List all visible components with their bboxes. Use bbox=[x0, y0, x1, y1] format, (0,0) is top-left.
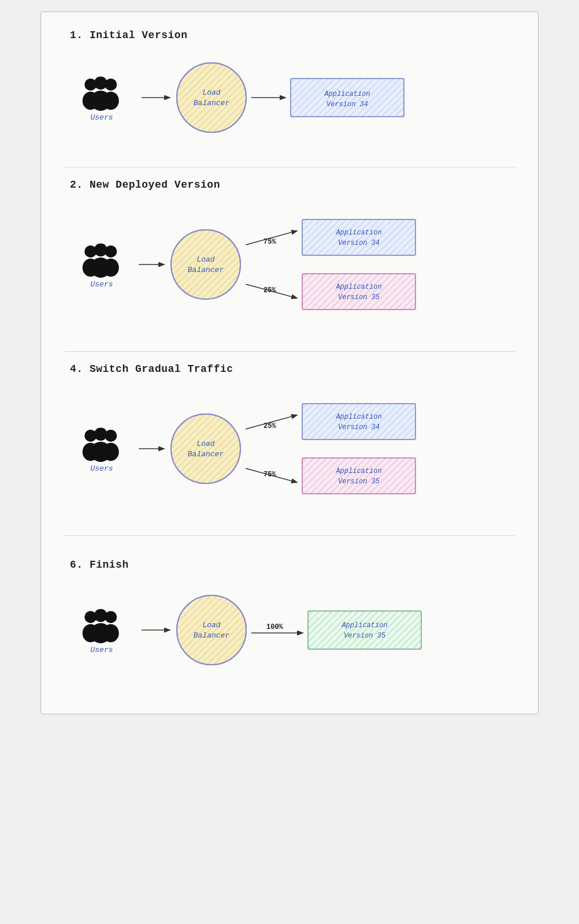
svg-point-5 bbox=[91, 91, 111, 111]
users-icon-1 bbox=[81, 73, 122, 111]
svg-point-49 bbox=[91, 442, 111, 462]
svg-rect-60 bbox=[302, 404, 415, 439]
users-label-4: Users bbox=[90, 646, 113, 654]
app-box-1: Application Version 34 bbox=[290, 77, 405, 118]
svg-text:75%: 75% bbox=[263, 238, 276, 246]
svg-text:Application: Application bbox=[335, 229, 381, 237]
lb-circle-4: Load Balancer bbox=[174, 593, 249, 668]
app-box-2-1: Application Version 34 bbox=[301, 218, 417, 256]
svg-text:Application: Application bbox=[335, 283, 381, 291]
svg-rect-67 bbox=[302, 458, 415, 494]
divider-3 bbox=[64, 535, 515, 536]
svg-point-23 bbox=[91, 258, 111, 278]
svg-point-9 bbox=[177, 63, 246, 132]
arrow-25b: 25% bbox=[243, 411, 301, 433]
svg-text:Balancer: Balancer bbox=[188, 450, 224, 459]
section-finish: 6. Finish Users bbox=[64, 559, 515, 691]
svg-text:Load: Load bbox=[202, 88, 220, 97]
svg-point-4 bbox=[94, 76, 107, 90]
svg-text:Version 35: Version 35 bbox=[338, 293, 380, 301]
section-title-3: 4. Switch Gradual Traffic bbox=[70, 363, 515, 375]
app-box-3-1: Application Version 34 bbox=[301, 403, 417, 441]
split-right-2: 75% Application Version 34 bbox=[243, 218, 417, 311]
svg-text:Application: Application bbox=[335, 467, 381, 475]
svg-text:25%: 25% bbox=[263, 422, 276, 430]
arrow-75b: 75% bbox=[243, 465, 301, 487]
users-icon-3 bbox=[81, 424, 122, 462]
lb-circle-3: Load Balancer bbox=[168, 411, 243, 486]
svg-text:Load: Load bbox=[196, 255, 214, 264]
svg-text:Application: Application bbox=[324, 90, 370, 98]
arrow-to-lb-2 bbox=[136, 256, 168, 273]
svg-point-27 bbox=[171, 230, 240, 299]
svg-text:75%: 75% bbox=[263, 471, 276, 479]
svg-text:Version 34: Version 34 bbox=[326, 100, 368, 109]
route-2-2: 25% Application Version 35 bbox=[243, 273, 417, 311]
users-group-2: Users bbox=[81, 240, 122, 289]
users-label-3: Users bbox=[90, 464, 113, 473]
section-title-4: 6. Finish bbox=[70, 559, 515, 571]
diagram-4: Users Load Balancer bbox=[64, 581, 515, 679]
section-switch-gradual: 4. Switch Gradual Traffic Users bbox=[64, 363, 515, 524]
arrow-100pct: 100% bbox=[249, 619, 307, 642]
svg-text:100%: 100% bbox=[266, 623, 284, 631]
svg-point-79 bbox=[177, 595, 246, 665]
svg-text:Version 35: Version 35 bbox=[344, 632, 385, 640]
svg-text:Version 34: Version 34 bbox=[338, 423, 380, 431]
section-initial: 1. Initial Version Users bbox=[64, 29, 515, 155]
main-page: 1. Initial Version Users bbox=[40, 12, 539, 714]
users-group-1: Users bbox=[81, 73, 122, 122]
divider-2 bbox=[64, 351, 515, 352]
lb-circle-2: Load Balancer bbox=[168, 227, 243, 302]
route-3-2: 75% Application Version 35 bbox=[243, 457, 417, 495]
svg-text:Balancer: Balancer bbox=[188, 266, 224, 274]
arrow-to-lb-3 bbox=[136, 440, 168, 457]
arrow-75: 75% bbox=[243, 226, 301, 248]
diagram-3: Users Load Balancer bbox=[64, 385, 515, 512]
users-group-3: Users bbox=[81, 424, 122, 473]
svg-text:Application: Application bbox=[335, 413, 381, 421]
svg-text:Version 34: Version 34 bbox=[338, 239, 380, 247]
arrow-to-lb-4 bbox=[139, 621, 174, 639]
svg-text:Balancer: Balancer bbox=[194, 631, 230, 640]
svg-text:Application: Application bbox=[341, 621, 387, 629]
section-new-deployed: 2. New Deployed Version Users bbox=[64, 179, 515, 340]
users-icon-2 bbox=[81, 240, 122, 278]
section-title-2: 2. New Deployed Version bbox=[70, 179, 515, 191]
svg-point-48 bbox=[94, 427, 107, 441]
app-box-2-2: Application Version 35 bbox=[301, 273, 417, 311]
arrow-25: 25% bbox=[243, 281, 301, 303]
section-title-1: 1. Initial Version bbox=[70, 29, 515, 41]
route-2-1: 75% Application Version 34 bbox=[243, 218, 417, 256]
arrow-to-lb-1 bbox=[139, 89, 174, 106]
route-3-1: 25% Application Version 34 bbox=[243, 403, 417, 441]
diagram-1: Users Load Balancer bbox=[64, 51, 515, 144]
svg-point-22 bbox=[94, 243, 107, 256]
split-right-3: 25% Application Version 34 bbox=[243, 403, 417, 495]
svg-text:Balancer: Balancer bbox=[194, 99, 230, 107]
diagram-2: Users Load Balancer bbox=[64, 201, 515, 328]
svg-text:Load: Load bbox=[202, 621, 220, 629]
divider-1 bbox=[64, 167, 515, 167]
app-box-3-2: Application Version 35 bbox=[301, 457, 417, 495]
users-icon-4 bbox=[81, 606, 122, 643]
app-box-4: Application Version 35 bbox=[307, 610, 422, 650]
users-label-2: Users bbox=[90, 280, 113, 289]
svg-rect-34 bbox=[302, 219, 415, 255]
svg-point-53 bbox=[171, 414, 240, 483]
svg-text:25%: 25% bbox=[263, 286, 276, 295]
svg-text:Load: Load bbox=[196, 439, 214, 448]
svg-point-74 bbox=[94, 609, 107, 622]
users-group-4: Users bbox=[81, 606, 122, 654]
svg-rect-41 bbox=[302, 274, 415, 310]
users-label-1: Users bbox=[90, 113, 113, 122]
svg-point-75 bbox=[91, 623, 111, 643]
svg-rect-86 bbox=[308, 611, 421, 649]
arrow-to-app-1 bbox=[249, 89, 290, 106]
lb-circle-1: Load Balancer bbox=[174, 60, 249, 135]
svg-text:Version 35: Version 35 bbox=[338, 478, 380, 486]
